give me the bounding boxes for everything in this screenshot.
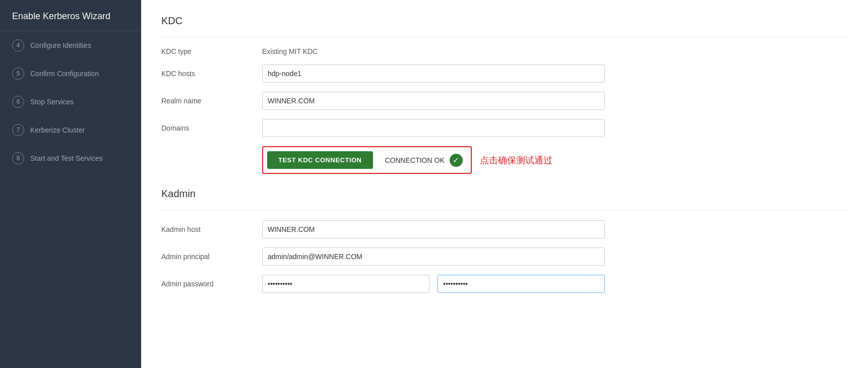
domains-label: Domains: [161, 124, 252, 132]
sidebar-item-start-test-services[interactable]: 8 Start and Test Services: [0, 144, 141, 172]
admin-password-inputs: [262, 275, 605, 293]
realm-name-row: Realm name: [161, 92, 848, 110]
kdc-section-title: KDC: [161, 15, 848, 27]
admin-password-input[interactable]: [262, 275, 429, 293]
test-kdc-button[interactable]: TEST KDC CONNECTION: [267, 151, 373, 169]
sidebar-item-stop-services[interactable]: 6 Stop Services: [0, 88, 141, 116]
admin-password-confirm-input[interactable]: [438, 275, 605, 293]
admin-principal-input[interactable]: [262, 248, 605, 266]
kadmin-section-title: Kadmin: [161, 188, 848, 200]
admin-principal-row: Admin principal: [161, 248, 848, 266]
wizard-title: Enable Kerberos Wizard: [0, 0, 141, 31]
admin-password-label: Admin password: [161, 280, 252, 288]
kdc-type-label: KDC type: [161, 47, 252, 55]
kadmin-section: Kadmin Kadmin host Admin principal Admin…: [161, 188, 848, 293]
step-circle-8: 8: [12, 152, 24, 164]
sidebar-item-label: Confirm Configuration: [30, 70, 99, 78]
sidebar: Enable Kerberos Wizard 4 Configure Ident…: [0, 0, 141, 368]
kdc-hosts-row: KDC hosts: [161, 65, 848, 83]
connection-ok-icon: ✓: [450, 154, 463, 167]
sidebar-item-label: Start and Test Services: [30, 154, 103, 162]
kadmin-host-input[interactable]: [262, 220, 605, 238]
kadmin-host-label: Kadmin host: [161, 225, 252, 233]
sidebar-item-configure-identities[interactable]: 4 Configure Identities: [0, 31, 141, 59]
sidebar-item-label: Kerberize Cluster: [30, 126, 85, 134]
step-circle-5: 5: [12, 68, 24, 80]
kdc-hosts-label: KDC hosts: [161, 70, 252, 78]
kadmin-divider: [161, 210, 848, 210]
connection-ok-status: CONNECTION OK ✓: [385, 154, 463, 167]
kdc-section: KDC KDC type Existing MIT KDC KDC hosts …: [161, 15, 848, 174]
connection-ok-label: CONNECTION OK: [385, 156, 445, 164]
kdc-divider: [161, 37, 848, 37]
sidebar-item-kerberize-cluster[interactable]: 7 Kerberize Cluster: [0, 116, 141, 144]
sidebar-item-label: Configure Identities: [30, 41, 91, 49]
main-content: KDC KDC type Existing MIT KDC KDC hosts …: [141, 0, 868, 368]
kdc-type-row: KDC type Existing MIT KDC: [161, 47, 848, 55]
realm-name-label: Realm name: [161, 97, 252, 105]
kdc-hosts-input[interactable]: [262, 65, 605, 83]
sidebar-item-confirm-configuration[interactable]: 5 Confirm Configuration: [0, 59, 141, 88]
kadmin-host-row: Kadmin host: [161, 220, 848, 238]
annotation-text: 点击确保测试通过: [480, 154, 552, 166]
test-kdc-box: TEST KDC CONNECTION CONNECTION OK ✓: [262, 146, 472, 174]
step-circle-6: 6: [12, 96, 24, 108]
step-circle-7: 7: [12, 124, 24, 136]
admin-password-row: Admin password: [161, 275, 848, 293]
realm-name-input[interactable]: [262, 92, 605, 110]
step-circle-4: 4: [12, 39, 24, 51]
domains-input[interactable]: [262, 119, 605, 137]
kdc-type-value: Existing MIT KDC: [262, 47, 318, 55]
admin-principal-label: Admin principal: [161, 253, 252, 261]
sidebar-item-label: Stop Services: [30, 98, 74, 106]
domains-row: Domains: [161, 119, 848, 137]
